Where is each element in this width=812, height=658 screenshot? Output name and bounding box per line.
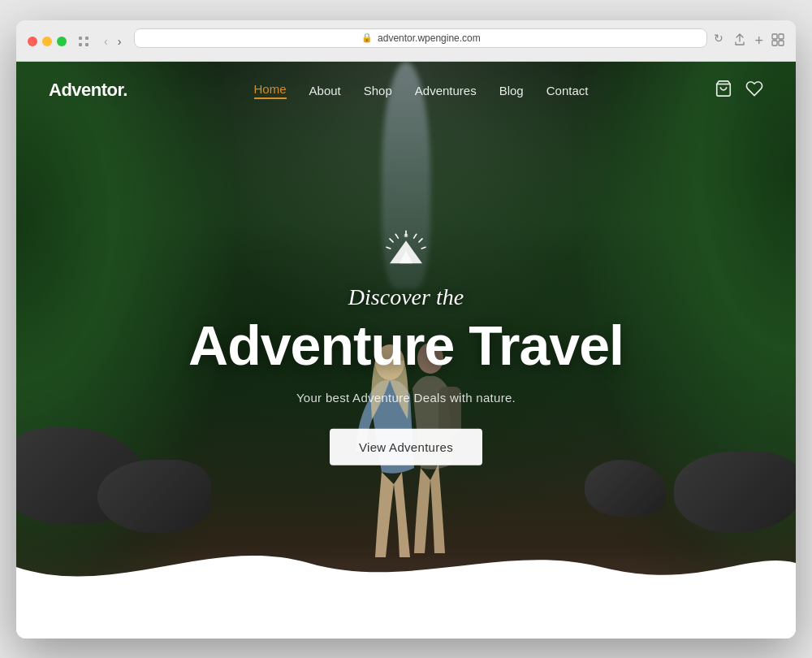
svg-line-14 — [395, 234, 398, 238]
browser-titlebar: ‹ › 🔒 adventor.wpengine.com ↻ + — [28, 28, 784, 54]
hero-subtitle: Discover the — [162, 284, 650, 310]
svg-rect-7 — [779, 41, 784, 45]
hero-section: Adventor. Home About Shop Adventures Blo… — [16, 62, 796, 598]
wishlist-icon[interactable] — [745, 80, 763, 102]
svg-rect-1 — [85, 37, 89, 40]
address-bar-row: 🔒 adventor.wpengine.com ↻ — [134, 28, 723, 54]
svg-line-17 — [421, 247, 425, 249]
nav-home[interactable]: Home — [254, 82, 287, 99]
cart-icon[interactable] — [715, 80, 732, 102]
new-tab-icon[interactable]: + — [754, 32, 763, 50]
svg-rect-3 — [85, 43, 89, 46]
browser-window: ‹ › 🔒 adventor.wpengine.com ↻ + — [16, 20, 796, 639]
hero-title: Adventure Travel — [162, 316, 650, 374]
site-logo: Adventor. — [49, 80, 127, 101]
navbar: Adventor. Home About Shop Adventures Blo… — [16, 62, 796, 119]
share-icon[interactable] — [733, 33, 746, 50]
url-text: adventor.wpengine.com — [378, 32, 481, 44]
nav-blog[interactable]: Blog — [499, 84, 524, 97]
hero-emblem — [162, 226, 650, 271]
nav-about[interactable]: About — [309, 84, 341, 97]
back-arrow[interactable]: ‹ — [101, 33, 111, 50]
refresh-icon[interactable]: ↻ — [714, 32, 723, 45]
address-bar[interactable]: 🔒 adventor.wpengine.com — [134, 28, 707, 48]
nav-icons — [715, 80, 763, 102]
svg-rect-6 — [772, 41, 777, 45]
view-adventures-button[interactable]: View Adventures — [330, 429, 482, 465]
tabs-icon[interactable] — [771, 33, 784, 50]
browser-chrome: ‹ › 🔒 adventor.wpengine.com ↻ + — [16, 20, 796, 62]
nav-arrows: ‹ › — [101, 33, 124, 50]
svg-rect-2 — [79, 43, 82, 46]
nav-menu: Home About Shop Adventures Blog Contact — [254, 82, 589, 99]
browser-controls: ‹ › — [101, 33, 124, 50]
nav-contact[interactable]: Contact — [546, 84, 589, 97]
maximize-button[interactable] — [57, 37, 67, 46]
hero-content: Discover the Adventure Travel Your best … — [162, 226, 650, 465]
svg-rect-4 — [772, 34, 777, 39]
close-button[interactable] — [28, 37, 37, 46]
lock-icon: 🔒 — [361, 32, 373, 43]
website: Adventor. Home About Shop Adventures Blo… — [16, 62, 796, 639]
browser-actions: + — [733, 32, 784, 50]
bottom-section — [16, 598, 796, 639]
grid-icon — [76, 34, 91, 49]
svg-line-13 — [414, 234, 417, 238]
window-buttons — [28, 37, 67, 46]
hero-description: Your best Adventure Deals with nature. — [162, 391, 650, 405]
svg-rect-0 — [79, 37, 82, 40]
svg-line-15 — [419, 238, 422, 241]
svg-rect-5 — [779, 34, 784, 39]
svg-point-19 — [404, 233, 408, 237]
forward-arrow[interactable]: › — [114, 33, 125, 50]
nav-shop[interactable]: Shop — [364, 84, 392, 97]
svg-line-16 — [390, 238, 393, 241]
nav-adventures[interactable]: Adventures — [415, 84, 477, 97]
minimize-button[interactable] — [42, 37, 52, 46]
svg-line-18 — [387, 247, 391, 249]
